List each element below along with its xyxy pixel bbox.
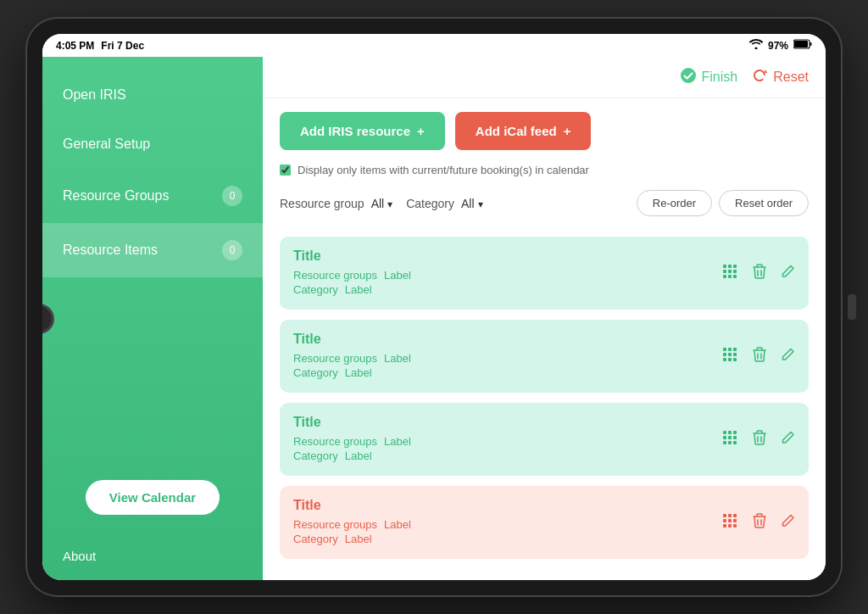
svg-rect-26 (728, 436, 732, 439)
device-frame: 4:05 PM Fri 7 Dec 97% Open IRIS (27, 19, 841, 595)
sidebar-item-label: Open IRIS (63, 87, 126, 103)
category-chevron-icon (478, 197, 483, 210)
card-actions-1 (722, 347, 795, 366)
delete-icon[interactable] (753, 347, 766, 366)
svg-rect-20 (728, 358, 732, 361)
add-ical-label: Add iCal feed (476, 124, 557, 138)
filter-actions: Re-order Reset order (637, 190, 809, 216)
card-content-1: TitleResource groupsLabelCategoryLabel (293, 332, 722, 381)
reset-order-button[interactable]: Reset order (719, 190, 809, 216)
card-title-0: Title (293, 248, 722, 264)
card-actions-3 (722, 513, 795, 533)
sidebar-item-general-setup[interactable]: General Setup (42, 120, 263, 169)
card-field-value-1-0: Label (384, 352, 411, 365)
add-iris-plus: + (417, 124, 425, 138)
edit-icon[interactable] (782, 431, 795, 449)
card-field-label-1-0: Resource groups (293, 352, 377, 365)
resource-group-select[interactable]: All (371, 197, 393, 210)
card-row-1-0: Resource groupsLabel (293, 352, 722, 365)
category-select[interactable]: All (461, 197, 483, 210)
resource-groups-badge: 0 (222, 186, 242, 206)
sidebar-item-open-iris[interactable]: Open IRIS (42, 70, 263, 120)
device-screen: 4:05 PM Fri 7 Dec 97% Open IRIS (42, 34, 826, 580)
resource-items-badge: 0 (222, 240, 242, 260)
card-row-2-1: CategoryLabel (293, 449, 722, 462)
reset-label: Reset (773, 70, 809, 85)
sidebar-item-label: Resource Items (63, 243, 158, 258)
grid-drag-icon[interactable] (722, 347, 737, 366)
svg-rect-19 (723, 358, 726, 361)
battery-text: 97% (768, 40, 788, 52)
svg-rect-23 (728, 431, 732, 434)
grid-drag-icon[interactable] (722, 430, 737, 449)
svg-rect-1 (794, 41, 808, 47)
delete-icon[interactable] (753, 430, 766, 449)
checkbox-row: Display only items with current/future b… (280, 164, 809, 176)
svg-rect-14 (728, 348, 732, 351)
card-field-value-3-1: Label (345, 533, 372, 545)
svg-rect-17 (728, 353, 732, 356)
svg-rect-10 (723, 275, 726, 278)
card-row-3-1: CategoryLabel (293, 533, 722, 545)
svg-rect-4 (723, 265, 726, 268)
delete-icon[interactable] (753, 264, 766, 283)
grid-drag-icon[interactable] (722, 513, 737, 533)
category-filter: Category All (406, 197, 482, 210)
svg-rect-18 (733, 353, 737, 356)
card-field-label-3-0: Resource groups (293, 518, 377, 531)
card-field-label-3-1: Category (293, 533, 338, 545)
card-field-value-2-1: Label (345, 449, 372, 462)
card-field-label-2-0: Resource groups (293, 435, 377, 448)
resource-group-chevron-icon (387, 197, 392, 210)
svg-rect-15 (733, 348, 737, 351)
svg-rect-6 (733, 265, 737, 268)
sidebar-about[interactable]: About (42, 532, 263, 580)
card-row-0-0: Resource groupsLabel (293, 269, 722, 282)
finish-check-icon (680, 67, 697, 87)
card-field-label-1-1: Category (293, 366, 338, 379)
finish-button[interactable]: Finish (680, 67, 738, 87)
svg-rect-9 (733, 270, 737, 273)
svg-rect-28 (723, 441, 726, 444)
sidebar-item-resource-items[interactable]: Resource Items 0 (42, 223, 263, 277)
card-field-value-2-0: Label (384, 435, 411, 448)
edit-icon[interactable] (782, 265, 795, 282)
svg-rect-13 (723, 348, 726, 351)
reorder-button[interactable]: Re-order (637, 190, 712, 216)
svg-rect-36 (733, 519, 737, 522)
svg-rect-16 (723, 353, 726, 356)
resource-group-value: All (371, 197, 385, 210)
svg-rect-7 (723, 270, 726, 273)
sidebar-item-resource-groups[interactable]: Resource Groups 0 (42, 169, 263, 223)
card-row-3-0: Resource groupsLabel (293, 518, 722, 531)
sidebar-item-label: General Setup (63, 137, 150, 152)
svg-rect-33 (733, 514, 737, 517)
status-bar-left: 4:05 PM Fri 7 Dec (56, 40, 144, 52)
filter-row: Resource group All Category All (280, 190, 809, 223)
battery-icon (793, 39, 812, 52)
reset-button[interactable]: Reset (751, 67, 809, 87)
card-row-2-0: Resource groupsLabel (293, 435, 722, 448)
resource-cards: TitleResource groupsLabelCategoryLabel T… (280, 237, 809, 559)
svg-rect-24 (733, 431, 737, 434)
grid-drag-icon[interactable] (722, 264, 737, 283)
sidebar-nav: Open IRIS General Setup Resource Groups … (42, 57, 263, 463)
view-calendar-button[interactable]: View Calendar (86, 480, 220, 515)
svg-rect-22 (723, 431, 726, 434)
resource-card-2: TitleResource groupsLabelCategoryLabel (280, 403, 809, 476)
svg-rect-32 (728, 514, 732, 517)
edit-icon[interactable] (782, 514, 795, 532)
svg-rect-5 (728, 265, 732, 268)
svg-rect-25 (723, 436, 726, 439)
svg-rect-12 (733, 275, 737, 278)
resource-card-0: TitleResource groupsLabelCategoryLabel (280, 237, 809, 310)
delete-icon[interactable] (753, 513, 766, 533)
calendar-filter-checkbox[interactable] (280, 165, 291, 176)
card-title-3: Title (293, 498, 722, 513)
add-iris-button[interactable]: Add IRIS resource + (280, 112, 445, 150)
edit-icon[interactable] (782, 348, 795, 366)
svg-rect-39 (733, 524, 737, 527)
status-bar-right: 97% (749, 39, 812, 52)
card-field-label-0-1: Category (293, 283, 338, 296)
add-ical-button[interactable]: Add iCal feed + (455, 112, 592, 150)
